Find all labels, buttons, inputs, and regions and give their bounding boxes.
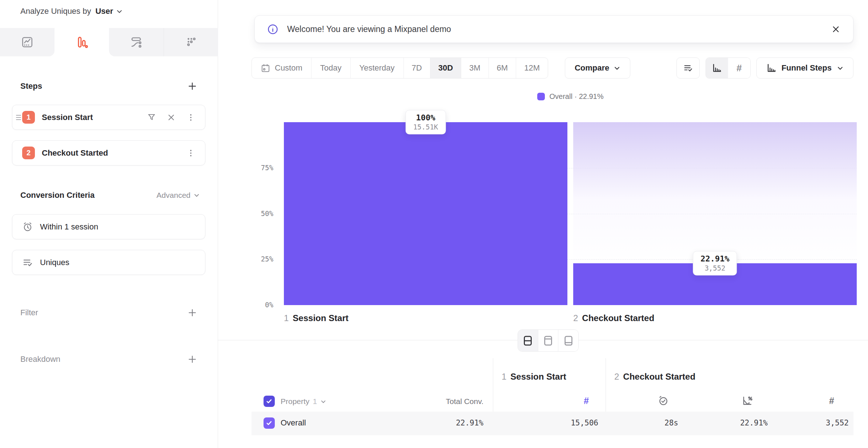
tab-flows[interactable] [109,28,164,56]
add-step-button[interactable] [187,81,198,92]
bar-chart-icon [766,63,776,73]
query-builder-sidebar: Analyze Uniques by User [0,0,218,448]
date-range-12m[interactable]: 12M [516,58,548,78]
avg-time-metric-icon[interactable] [656,395,671,407]
date-range-7d[interactable]: 7D [403,58,430,78]
date-range-3m[interactable]: 3M [461,58,489,78]
report-type-tabbar [0,28,218,56]
breakdown-title: Breakdown [20,355,60,364]
layout-table-only-button[interactable] [558,330,578,351]
bar-chart-toggle[interactable] [706,58,728,78]
alarm-clock-icon [22,221,33,232]
layout-split-icon [522,335,533,346]
conversion-window-label: Within 1 session [40,222,98,232]
welcome-banner: Welcome! You are viewing a Mixpanel demo [254,15,853,43]
analyze-label: Analyze Uniques by [20,7,91,16]
row-checkbox[interactable] [264,417,275,429]
bar-tooltip: 22.91% 3,552 [693,251,737,275]
calendar-icon [261,63,270,73]
filter-step-button[interactable] [147,113,156,122]
conversion-window-card[interactable]: Within 1 session [12,214,205,239]
cell-count: 3,552 [776,419,849,427]
plus-icon [187,81,198,92]
hash-icon: # [736,63,742,74]
drag-handle-icon[interactable] [16,115,21,120]
chevron-down-icon[interactable] [116,8,123,15]
layout-top-icon [543,335,554,346]
y-axis-tick: 50% [233,209,273,217]
steps-title: Steps [20,81,42,91]
date-range-6m[interactable]: 6M [489,58,516,78]
cell-avg-time: 28s [606,419,678,427]
list-check-icon [22,257,33,268]
info-icon [267,24,278,35]
kebab-menu-icon [186,148,196,158]
select-all-checkbox[interactable] [264,396,275,407]
panel-layout-toggle [518,329,579,352]
count-metric-icon[interactable]: # [579,396,594,406]
layout-split-button[interactable] [518,330,538,351]
layout-chart-only-button[interactable] [538,330,558,351]
step-name: Session Start [42,113,147,122]
list-check-icon [683,63,693,73]
tab-retention[interactable] [164,28,218,56]
chart-legend[interactable]: Overall · 22.91% [284,92,857,101]
analyze-by-value[interactable]: User [95,7,113,16]
remove-step-button[interactable] [166,113,176,122]
kebab-menu-icon [186,113,196,122]
date-range-custom[interactable]: Custom [252,58,311,78]
check-icon [265,397,273,405]
compare-button[interactable]: Compare [565,57,630,79]
banner-close-button[interactable] [831,24,841,34]
bar-dropoff-gradient [573,122,857,263]
cell-conv-rate: 22.91% [695,419,768,427]
step-menu-button[interactable] [186,148,196,158]
flows-icon [130,36,143,49]
funnel-bar-checkout-started[interactable]: 22.91% 3,552 [573,122,857,305]
number-toggle[interactable]: # [728,58,750,78]
legend-swatch [537,93,545,100]
count-metric-icon[interactable]: # [824,396,839,406]
cell-total-conv: 22.91% [411,419,483,427]
step-number-badge: 1 [22,111,35,124]
filter-section-row: Filter [20,307,198,318]
funnel-bar-session-start[interactable]: 100% 15.51K [284,122,567,305]
add-breakdown-button[interactable] [187,354,198,365]
cell-session-count: 15,506 [526,419,598,427]
bar-segment [284,122,567,305]
date-range-control: Custom Today Yesterday 7D 30D 3M 6M 12M [252,57,548,79]
funnel-steps-dropdown[interactable]: Funnel Steps [756,57,853,79]
plus-icon [187,354,198,365]
chevron-down-icon [320,399,326,405]
step-card-checkout-started[interactable]: 2 Checkout Started [12,140,205,165]
date-range-yesterday[interactable]: Yesterday [350,58,403,78]
chevron-down-icon [193,192,200,199]
close-icon [166,113,176,122]
counting-method-label: Uniques [40,258,69,267]
advanced-dropdown[interactable]: Advanced [157,191,200,200]
counting-method-card[interactable]: Uniques [12,250,205,275]
uniques-toggle-button[interactable] [676,57,700,79]
step-card-session-start[interactable]: 1 Session Start [12,105,205,130]
breakdown-section-row: Breakdown [20,354,198,365]
chevron-down-icon [837,65,844,72]
tab-funnels[interactable] [55,28,109,56]
insights-chart-icon [21,36,34,49]
conversion-rate-metric-icon[interactable] [740,395,755,407]
filter-title: Filter [20,308,38,317]
add-filter-button[interactable] [187,307,198,318]
date-range-30d[interactable]: 30D [430,58,461,78]
layout-bottom-icon [563,335,574,346]
filter-funnel-icon [147,113,156,122]
date-range-today[interactable]: Today [311,58,350,78]
legend-label: Overall · 22.91% [550,92,604,101]
analyze-uniques-row: Analyze Uniques by User [20,7,123,16]
y-axis-tick: 25% [233,255,273,263]
step-menu-button[interactable] [186,113,196,122]
bar-chart-icon [712,63,722,73]
property-dropdown[interactable]: Property 1 [281,397,326,406]
row-name: Overall [281,418,306,428]
tab-insights[interactable] [0,28,55,56]
steps-header: Steps [20,81,198,92]
total-conv-header[interactable]: Total Conv. [411,397,483,406]
